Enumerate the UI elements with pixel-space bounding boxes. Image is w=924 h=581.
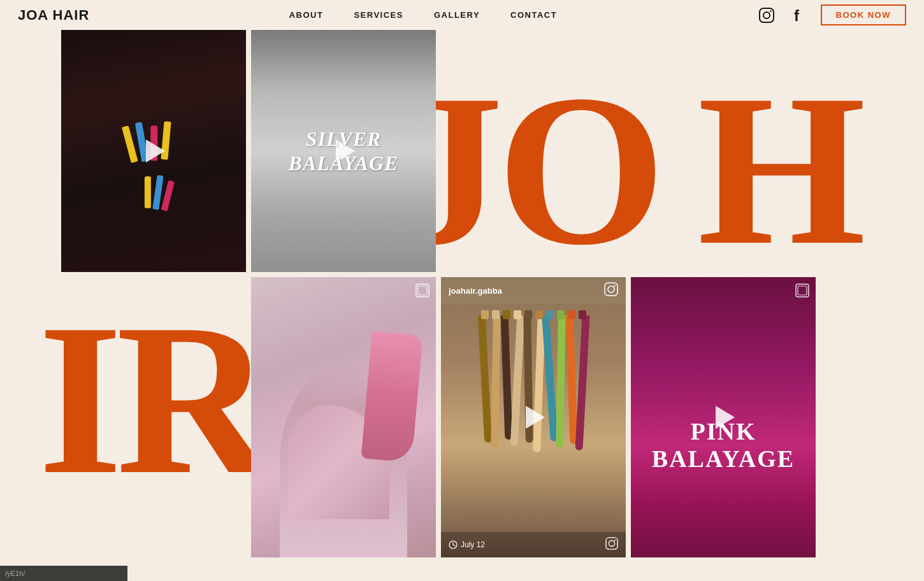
header-right: f BOOK NOW	[757, 4, 906, 25]
nav-services[interactable]: SERVICES	[354, 10, 403, 20]
svg-point-12	[614, 540, 616, 541]
gallery-corner-icon-3	[415, 283, 430, 300]
play-button-5[interactable]	[708, 402, 739, 433]
gallery-item-hair-clips[interactable]	[61, 30, 246, 272]
instagram-username: joahair.gabba	[449, 286, 502, 296]
site-header: JOA HAIR ABOUT SERVICES GALLERY CONTACT …	[0, 0, 924, 30]
instagram-icon-top	[604, 282, 618, 299]
instagram-icon-bottom	[605, 537, 618, 552]
instagram-bottom-bar: July 12	[441, 532, 626, 557]
logo[interactable]: JOA HAIR	[18, 7, 89, 24]
svg-text:f: f	[794, 7, 800, 24]
svg-point-2	[770, 10, 771, 11]
main-nav: ABOUT SERVICES GALLERY CONTACT	[289, 10, 557, 20]
instagram-bar-4: joahair.gabba	[441, 277, 626, 304]
play-button-1[interactable]	[138, 136, 169, 166]
gallery-item-extensions[interactable]: joahair.gabba	[441, 277, 626, 557]
svg-point-1	[763, 12, 770, 18]
gallery-grid: SILVERBALAYAGE	[0, 30, 924, 557]
browser-status-bar: /yE1h/	[0, 566, 127, 581]
svg-point-8	[614, 285, 615, 286]
gallery-item-pink-balayage[interactable]: PINKBALAYAGE	[631, 277, 816, 557]
svg-point-7	[608, 286, 614, 292]
book-now-button[interactable]: BOOK NOW	[821, 4, 906, 25]
gallery-item-pink-hair[interactable]	[251, 277, 436, 557]
svg-rect-5	[418, 286, 427, 295]
svg-rect-14	[798, 286, 807, 295]
nav-about[interactable]: ABOUT	[289, 10, 324, 20]
page-content: JO​H IR	[0, 30, 924, 557]
facebook-icon[interactable]: f	[789, 6, 808, 25]
play-button-4[interactable]	[518, 402, 549, 433]
nav-contact[interactable]: CONTACT	[510, 10, 557, 20]
instagram-icon[interactable]	[757, 6, 776, 25]
svg-rect-0	[760, 8, 774, 22]
url-text: /yE1h/	[5, 570, 25, 577]
gallery-item-silver-balayage[interactable]: SILVERBALAYAGE	[251, 30, 436, 272]
silver-balayage-text: SILVERBALAYAGE	[289, 127, 399, 176]
gallery-corner-icon-5	[795, 283, 809, 300]
svg-rect-6	[605, 283, 617, 296]
nav-gallery[interactable]: GALLERY	[434, 10, 480, 20]
svg-rect-10	[606, 538, 617, 549]
insta-date: July 12	[449, 540, 485, 549]
svg-point-11	[609, 540, 614, 546]
